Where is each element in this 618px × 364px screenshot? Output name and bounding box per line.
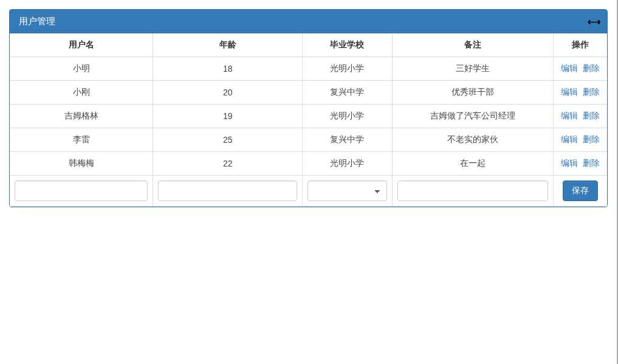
table-row: 吉姆格林 19 光明小学 吉姆做了汽车公司经理 编辑 删除 — [10, 105, 607, 128]
remark-input[interactable] — [397, 180, 548, 201]
cell-age: 25 — [153, 128, 303, 152]
delete-link[interactable]: 删除 — [583, 111, 600, 120]
cell-name: 韩梅梅 — [10, 152, 153, 176]
resize-horizontal-icon[interactable]: ⟷ — [588, 16, 601, 27]
cell-name: 小刚 — [10, 81, 153, 105]
cell-school: 光明小学 — [303, 152, 392, 176]
cell-remark: 在一起 — [392, 152, 553, 176]
edit-link[interactable]: 编辑 — [561, 158, 578, 168]
col-header-name: 用户名 — [10, 33, 153, 57]
cell-age: 19 — [153, 105, 303, 128]
user-management-panel: 用户管理 ⟷ 用户名 年龄 毕业学校 备注 操作 小明 18 光明小学 三好 — [9, 9, 608, 207]
cell-name: 吉姆格林 — [10, 105, 153, 128]
cell-ops: 编辑 删除 — [554, 128, 608, 152]
col-header-age: 年龄 — [153, 33, 303, 57]
cell-ops: 编辑 删除 — [554, 57, 608, 81]
delete-link[interactable]: 删除 — [583, 87, 600, 97]
delete-link[interactable]: 删除 — [583, 134, 600, 144]
new-row: 保存 — [10, 176, 607, 207]
cell-remark: 优秀班干部 — [392, 81, 553, 105]
col-header-remark: 备注 — [392, 33, 553, 57]
delete-link[interactable]: 删除 — [583, 63, 600, 73]
cell-name: 小明 — [10, 57, 153, 81]
name-input[interactable] — [15, 180, 148, 201]
cell-remark: 三好学生 — [392, 57, 553, 81]
panel-heading: 用户管理 ⟷ — [10, 10, 607, 33]
cell-name: 李雷 — [10, 128, 153, 152]
cell-age: 22 — [153, 152, 303, 176]
table-row: 小明 18 光明小学 三好学生 编辑 删除 — [10, 57, 607, 81]
edit-link[interactable]: 编辑 — [561, 87, 578, 97]
edit-link[interactable]: 编辑 — [561, 63, 578, 73]
panel-title: 用户管理 — [19, 16, 55, 26]
cell-ops: 编辑 删除 — [554, 105, 608, 128]
cell-school: 光明小学 — [303, 57, 392, 81]
table-row: 李雷 25 复兴中学 不老实的家伙 编辑 删除 — [10, 128, 607, 152]
cell-school: 复兴中学 — [303, 81, 392, 105]
users-table: 用户名 年龄 毕业学校 备注 操作 小明 18 光明小学 三好学生 编辑 删除 … — [10, 33, 607, 207]
edit-link[interactable]: 编辑 — [561, 111, 578, 120]
cell-ops: 编辑 删除 — [554, 152, 608, 176]
table-header-row: 用户名 年龄 毕业学校 备注 操作 — [10, 33, 607, 57]
cell-remark: 不老实的家伙 — [392, 128, 553, 152]
cell-age: 20 — [153, 81, 303, 105]
cell-ops: 编辑 删除 — [554, 81, 608, 105]
age-input[interactable] — [158, 180, 297, 201]
cell-remark: 吉姆做了汽车公司经理 — [392, 105, 553, 128]
cell-age: 18 — [153, 57, 303, 81]
school-select[interactable] — [307, 180, 386, 201]
edit-link[interactable]: 编辑 — [561, 134, 578, 144]
save-button[interactable]: 保存 — [563, 180, 598, 201]
cell-school: 复兴中学 — [303, 128, 392, 152]
delete-link[interactable]: 删除 — [583, 158, 600, 168]
table-row: 小刚 20 复兴中学 优秀班干部 编辑 删除 — [10, 81, 607, 105]
col-header-ops: 操作 — [554, 33, 608, 57]
cell-school: 光明小学 — [303, 105, 392, 128]
col-header-school: 毕业学校 — [303, 33, 392, 57]
table-row: 韩梅梅 22 光明小学 在一起 编辑 删除 — [10, 152, 607, 176]
